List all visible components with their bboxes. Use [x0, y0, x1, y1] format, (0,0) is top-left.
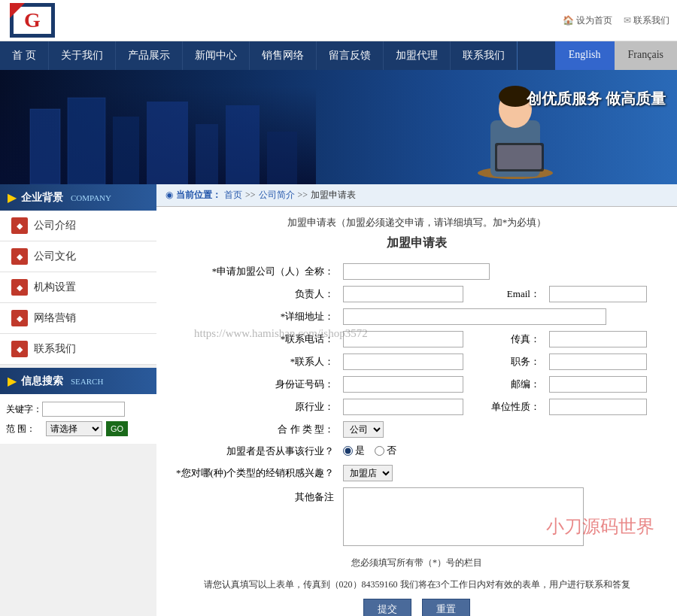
set-home-link[interactable]: 🏠 设为首页: [563, 14, 612, 27]
contact-input[interactable]: [343, 354, 463, 370]
lang-english-btn[interactable]: English: [555, 41, 615, 70]
sidebar-company-header: ▶ 企业背景 COMPANY: [0, 184, 156, 211]
other-notes-label: 其他备注: [295, 491, 334, 502]
coop-type-label: 合 作 类 型：: [278, 423, 334, 435]
marketing-icon: ◆: [11, 310, 28, 326]
main-nav: 首 页 关于我们 产品展示 新闻中心 销售网络 留言反馈 加盟代理 联系我们 E…: [0, 41, 677, 70]
range-label: 范 围：: [6, 423, 42, 435]
nav-item-feedback[interactable]: 留言反馈: [317, 41, 384, 70]
sidebar-item-contact[interactable]: ◆ 联系我们: [0, 334, 156, 365]
range-select[interactable]: 请选择: [46, 421, 102, 436]
zipcode-input[interactable]: [549, 376, 647, 393]
unit-type-label: 单位性质：: [491, 401, 540, 412]
keyword-input[interactable]: [42, 402, 125, 417]
banner: 创优质服务 做高质量: [0, 70, 677, 184]
radio-no-label: 否: [387, 444, 396, 457]
reset-btn[interactable]: 重置: [422, 599, 470, 617]
logo-icon: G: [8, 2, 56, 38]
nav-item-home[interactable]: 首 页: [0, 41, 49, 70]
nav-item-about[interactable]: 关于我们: [49, 41, 116, 70]
mail-icon: ✉: [624, 15, 631, 26]
id-input[interactable]: [343, 376, 463, 393]
arrow-icon: ▶: [8, 190, 17, 205]
sidebar-item-label: 公司文化: [34, 250, 76, 263]
zipcode-label: 邮编：: [511, 378, 540, 390]
sidebar-search-title: 信息搜索: [21, 375, 63, 388]
sidebar-item-org[interactable]: ◆ 机构设置: [0, 272, 156, 303]
nav-item-franchise[interactable]: 加盟代理: [384, 41, 451, 70]
form-intro: 加盟申请表（加盟必须递交申请，请详细填写。加*为必填）: [172, 216, 662, 229]
form-table: *申请加盟公司（人）全称： 负责人： Email：: [172, 260, 662, 574]
original-industry-input[interactable]: [343, 399, 463, 415]
search-go-btn[interactable]: GO: [106, 421, 128, 436]
search-arrow-icon: ▶: [8, 374, 17, 388]
contact-label: *联系人：: [290, 356, 335, 367]
submit-btn[interactable]: 提交: [363, 599, 411, 617]
phone-input[interactable]: [343, 331, 463, 347]
banner-slogan: 创优质服务 做高质量: [527, 89, 666, 109]
industry-exp-label: 加盟者是否从事该行业？: [226, 445, 334, 457]
breadcrumb-home[interactable]: 首页: [224, 189, 242, 202]
position-input[interactable]: [549, 354, 647, 370]
contact-icon: ◆: [11, 341, 28, 357]
org-icon: ◆: [11, 279, 28, 296]
nav-item-products[interactable]: 产品展示: [116, 41, 183, 70]
breadcrumb-label: 当前位置：: [176, 189, 221, 202]
breadcrumb-sep2: >>: [298, 190, 308, 201]
email-input[interactable]: [549, 286, 647, 302]
fax-input[interactable]: [549, 331, 647, 347]
id-label: 身份证号码：: [275, 378, 334, 390]
unit-type-input[interactable]: [549, 399, 647, 415]
form-title: 加盟申请表: [172, 235, 662, 251]
sidebar-company-sub: COMPANY: [71, 193, 111, 202]
fax-note: 请您认真填写以上表单，传真到（020）84359160 我们将在3个工作日内对有…: [172, 578, 662, 591]
main-content: ◉ 当前位置： 首页 >> 公司简介 >> 加盟申请表 加盟申请表（加盟必须递交…: [156, 184, 677, 616]
manager-input[interactable]: [343, 286, 463, 302]
breadcrumb-icon: ◉: [165, 190, 173, 201]
home-icon: 🏠: [563, 15, 574, 26]
keyword-label: 关键字：: [6, 403, 42, 416]
svg-rect-6: [113, 117, 139, 184]
sidebar-search-sub: SEARCH: [71, 377, 103, 386]
manager-label: 负责人：: [295, 288, 334, 299]
sidebar-item-label: 机构设置: [34, 281, 76, 294]
svg-rect-17: [497, 145, 542, 169]
breadcrumb-sep1: >>: [245, 190, 256, 201]
other-notes-textarea[interactable]: [343, 487, 584, 546]
breadcrumb: ◉ 当前位置： 首页 >> 公司简介 >> 加盟申请表: [156, 184, 677, 207]
company-name-input[interactable]: [343, 263, 490, 280]
breadcrumb-company[interactable]: 公司简介: [259, 189, 295, 202]
sidebar-item-company-culture[interactable]: ◆ 公司文化: [0, 241, 156, 272]
radio-yes[interactable]: [343, 446, 353, 456]
interest-select[interactable]: 加盟店: [343, 465, 393, 481]
required-note: 您必须填写所有带（*）号的栏目: [351, 557, 482, 568]
logo-area: G: [8, 2, 56, 38]
company-intro-icon: ◆: [11, 217, 28, 234]
sidebar-item-label: 网络营销: [34, 311, 76, 325]
fax-label: 传真：: [511, 333, 540, 344]
nav-item-news[interactable]: 新闻中心: [183, 41, 250, 70]
svg-text:G: G: [24, 8, 41, 32]
sidebar-item-company-intro[interactable]: ◆ 公司介绍: [0, 211, 156, 241]
coop-type-select[interactable]: 公司: [343, 421, 384, 438]
original-industry-label: 原行业：: [295, 401, 334, 412]
address-input[interactable]: [343, 308, 606, 325]
svg-rect-5: [68, 98, 105, 184]
sidebar-item-marketing[interactable]: ◆ 网络营销: [0, 303, 156, 334]
sidebar-company-title: 企业背景: [21, 191, 63, 205]
interest-label: *您对哪(种)个类型的经销积感兴趣？: [176, 467, 334, 478]
form-buttons: 提交 重置: [172, 599, 662, 617]
breadcrumb-current: 加盟申请表: [311, 189, 356, 202]
svg-rect-10: [267, 132, 297, 184]
sidebar-item-label: 公司介绍: [34, 219, 76, 232]
svg-rect-8: [196, 124, 218, 184]
address-label: *详细地址：: [281, 311, 335, 322]
contact-link[interactable]: ✉ 联系我们: [624, 14, 669, 27]
nav-item-contact[interactable]: 联系我们: [451, 41, 518, 70]
radio-no[interactable]: [375, 446, 384, 456]
radio-yes-label: 是: [355, 444, 365, 457]
nav-item-sales[interactable]: 销售网络: [250, 41, 317, 70]
position-label: 职务：: [511, 356, 540, 367]
lang-francais-btn[interactable]: Français: [615, 41, 677, 70]
sidebar-item-label: 联系我们: [34, 342, 76, 356]
